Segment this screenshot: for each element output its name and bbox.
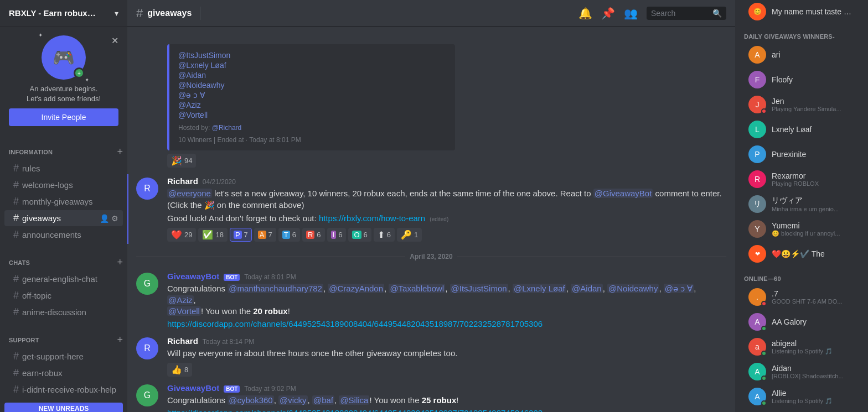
- channel-item-announcements[interactable]: # announcements: [4, 227, 123, 243]
- mention-aidan2[interactable]: @Aidan: [571, 284, 603, 293]
- mention-itsjustsimon[interactable]: @ItsJustSimon: [178, 51, 230, 60]
- member-item-floofy[interactable]: F Floofy: [740, 67, 864, 92]
- channel-item-get-support[interactable]: # get-support-here: [4, 348, 123, 364]
- channel-item-rules[interactable]: # rules: [4, 160, 123, 176]
- mention-manthan[interactable]: @manthanchaudhary782: [228, 284, 323, 293]
- mention-noideawhy2[interactable]: @Noideawhy: [607, 284, 659, 293]
- server-name: RBXLY - Earn robux thro...: [9, 8, 97, 18]
- mention-everyone[interactable]: @everyone: [167, 189, 212, 198]
- members-icon[interactable]: 👥: [624, 7, 638, 20]
- new-unreads-banner[interactable]: NEW UNREADS: [4, 403, 123, 412]
- member-info-partial: My name must taste go...: [772, 7, 855, 16]
- information-section-header[interactable]: INFORMATION +: [0, 144, 127, 160]
- mention-taxablebowl[interactable]: @Taxablebowl: [389, 284, 445, 293]
- member-item-emoji-user[interactable]: ❤ ❤️😀⚡✔️ The: [740, 242, 864, 266]
- reaction-party[interactable]: 🎉 94: [167, 154, 196, 168]
- reaction-check[interactable]: ✅ 18: [198, 228, 227, 242]
- member-item-jen[interactable]: J Jen Playing Yandere Simula...: [740, 92, 864, 117]
- rbxly-link[interactable]: https://rbxly.com/how-to-earn: [319, 213, 425, 223]
- member-item-aidan-online[interactable]: A Aidan [ROBLOX] Shadowstitch...: [740, 359, 864, 384]
- reaction-r[interactable]: R 6: [302, 228, 325, 242]
- mention-vowels2[interactable]: @ə ɔ ∀: [664, 284, 694, 293]
- add-channel-icon[interactable]: +: [117, 334, 123, 346]
- settings-icon[interactable]: ⚙: [111, 214, 118, 223]
- member-item-yumemi[interactable]: Y Yumemi 😊 blocking if ur annoyi...: [740, 217, 864, 241]
- member-info-abigeal: abigeal Listening to Spotify 🎵: [772, 339, 855, 355]
- mention-baf[interactable]: @baf: [312, 395, 334, 405]
- member-item-rivia[interactable]: リ リヴィア Minha irma e um genio...: [740, 192, 864, 216]
- bell-icon[interactable]: 🔔: [578, 7, 592, 20]
- mention-itsjustsimon2[interactable]: @ItsJustSimon: [450, 284, 508, 293]
- member-info-ari: ari: [772, 50, 855, 59]
- reaction-p[interactable]: P 7: [230, 228, 252, 242]
- reaction-a[interactable]: A 7: [254, 228, 276, 242]
- mention-crazyandon[interactable]: @CrazyAndon: [328, 284, 384, 293]
- reaction-o[interactable]: O 6: [348, 228, 371, 242]
- mention-giveawaybot[interactable]: @GiveawayBot: [593, 189, 653, 198]
- channel-item-earn-robux[interactable]: # earn-robux: [4, 365, 123, 381]
- add-channel-icon[interactable]: +: [117, 146, 123, 158]
- channel-item-didnt-receive[interactable]: # i-didnt-receive-robux-help: [4, 382, 123, 398]
- channel-item-welcome-logs[interactable]: # welcome-logs: [4, 177, 123, 193]
- search-bar[interactable]: 🔍: [647, 7, 726, 20]
- channel-item-icons: 👤 ⚙: [100, 214, 118, 223]
- member-item-ari[interactable]: A ari: [740, 43, 864, 67]
- giveaway-bot-link-1: https://discordapp.com/channels/64495254…: [167, 319, 726, 330]
- mention-aziz2[interactable]: @Aziz: [167, 295, 194, 305]
- add-member-icon[interactable]: 👤: [100, 214, 109, 223]
- embed-winners-list: @ItsJustSimon @Lxnely Løaf @Aidan @Noide…: [178, 51, 446, 119]
- richard-text-2: Will pay everyone in about three hours o…: [167, 348, 726, 359]
- pin-icon[interactable]: 📌: [601, 7, 615, 20]
- discord-link-1[interactable]: https://discordapp.com/channels/64495254…: [167, 319, 542, 328]
- hash-icon: #: [13, 229, 19, 241]
- mention-lxnely2[interactable]: @Lxnely Løaf: [513, 284, 566, 293]
- mention-silica[interactable]: @Silica: [339, 395, 369, 405]
- richard-author-name[interactable]: Richard: [167, 176, 198, 186]
- discord-link-2[interactable]: https://discordapp.com/channels/64495254…: [167, 408, 542, 412]
- channel-name-general-english: general-english-chat: [22, 274, 118, 284]
- channel-item-general-english[interactable]: # general-english-chat: [4, 271, 123, 287]
- member-item-aagalory[interactable]: A AA Galory: [740, 310, 864, 334]
- member-item-abigeal[interactable]: a abigeal Listening to Spotify 🎵: [740, 335, 864, 359]
- mention-vortell[interactable]: @Vortell: [178, 111, 208, 119]
- member-item-partial[interactable]: 😊 My name must taste go...: [740, 1, 864, 24]
- mention-aziz[interactable]: @Aziz: [178, 101, 201, 109]
- mention-aidan[interactable]: @Aidan: [178, 71, 206, 80]
- messages-area[interactable]: @ItsJustSimon @Lxnely Løaf @Aidan @Noide…: [127, 27, 735, 412]
- giveaway-bot-name-2[interactable]: GiveawayBot: [167, 383, 219, 393]
- mention-lxnely[interactable]: @Lxnely Løaf: [178, 61, 226, 70]
- invite-people-button[interactable]: Invite People: [9, 108, 118, 126]
- t-emoji: T: [282, 231, 290, 239]
- member-item-7[interactable]: . .7 GOOD SHiT 7-6 AM DO...: [740, 285, 864, 309]
- channel-item-monthly-giveaways[interactable]: # monthly-giveaways: [4, 194, 123, 210]
- member-item-rexarmor[interactable]: R Rexarmor Playing ROBLOX: [740, 167, 864, 191]
- channel-item-off-topic[interactable]: # off-topic: [4, 288, 123, 304]
- mention-vortell2[interactable]: @Vortell: [167, 306, 201, 316]
- richard-author-2[interactable]: Richard: [167, 336, 198, 346]
- channel-item-giveaways[interactable]: # giveaways 👤 ⚙: [4, 210, 123, 226]
- member-activity-jen: Playing Yandere Simula...: [772, 106, 855, 112]
- channel-item-anime-discussion[interactable]: # anime-discussion: [4, 304, 123, 320]
- mention-cybok[interactable]: @cybok360: [228, 395, 273, 405]
- reaction-key[interactable]: 🔑 1: [397, 228, 422, 242]
- mention-noideawhy[interactable]: @Noideawhy: [178, 81, 224, 90]
- reaction-i[interactable]: I 6: [327, 228, 347, 242]
- chats-section-header[interactable]: CHATS +: [0, 254, 127, 270]
- giveaway-bot-name-1[interactable]: GiveawayBot: [167, 272, 219, 281]
- mention-vowels[interactable]: @ə ɔ ∀: [178, 91, 205, 100]
- reaction-thumbsup[interactable]: 👍 8: [167, 363, 192, 377]
- close-icon[interactable]: ✕: [111, 35, 118, 46]
- mention-richard[interactable]: @Richard: [212, 124, 242, 132]
- add-channel-icon[interactable]: +: [117, 257, 123, 268]
- member-item-purexinite[interactable]: P Purexinite: [740, 142, 864, 166]
- mention-vicky[interactable]: @vicky: [278, 395, 308, 405]
- search-input[interactable]: [651, 9, 712, 18]
- reaction-heart[interactable]: ❤️ 29: [167, 228, 196, 242]
- member-avatar-aagalory: A: [748, 313, 766, 331]
- reaction-t[interactable]: T 6: [278, 228, 300, 242]
- reaction-up[interactable]: ⬆ 6: [374, 228, 395, 242]
- server-header[interactable]: RBXLY - Earn robux thro... ▾: [0, 0, 127, 27]
- support-section-header[interactable]: SUPPORT +: [0, 332, 127, 348]
- member-item-allie[interactable]: A Allie Listening to Spotify 🎵: [740, 384, 864, 409]
- member-item-lxnely[interactable]: L Lxnely Løaf: [740, 117, 864, 142]
